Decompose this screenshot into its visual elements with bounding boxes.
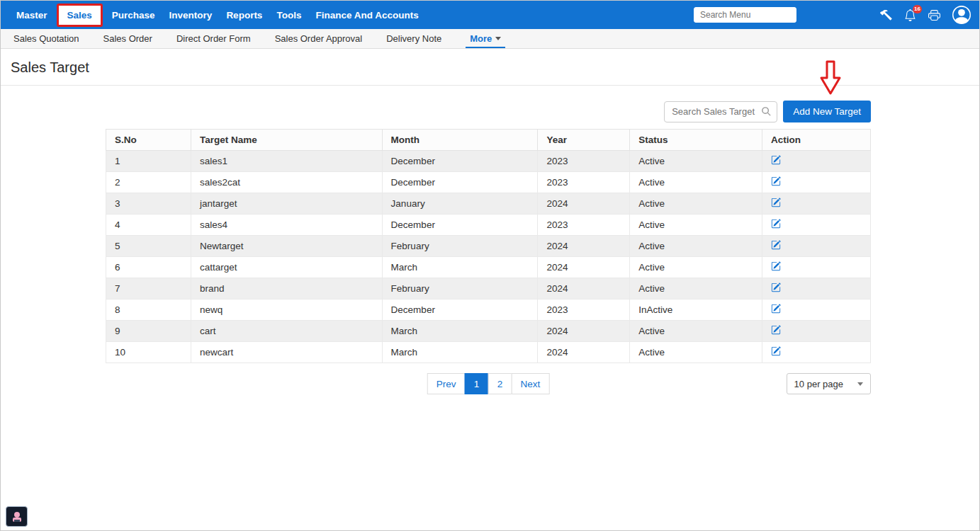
table-row: 10 newcart March 2024 Active — [106, 342, 871, 363]
cell-month: December — [382, 299, 538, 321]
table-row: 7 brand February 2024 Active — [106, 278, 871, 299]
pagination-next-button[interactable]: Next — [512, 373, 550, 394]
cell-year: 2023 — [538, 151, 630, 172]
cell-status: Active — [630, 278, 762, 299]
subnav-item-more[interactable]: More — [466, 29, 505, 48]
bell-icon[interactable]: 16 — [904, 9, 916, 21]
cell-target-name: Newtarget — [191, 236, 382, 257]
recorder-avatar-icon — [10, 510, 24, 523]
subnav-more-label: More — [470, 33, 492, 44]
sales-target-table: S.No Target Name Month Year Status Actio… — [106, 129, 871, 363]
table-row: 1 sales1 December 2023 Active — [106, 151, 871, 172]
column-header-action: Action — [762, 130, 871, 151]
main-content: Add New Target S.No Target Name Month Ye… — [106, 101, 871, 395]
cell-sno: 2 — [106, 172, 191, 193]
add-new-target-button[interactable]: Add New Target — [783, 101, 871, 122]
cell-action — [762, 215, 871, 236]
user-avatar[interactable] — [952, 6, 971, 24]
table-header: S.No Target Name Month Year Status Actio… — [106, 130, 871, 151]
nav-item-finance-and-accounts[interactable]: Finance And Accounts — [308, 5, 425, 25]
column-header-month: Month — [382, 130, 538, 151]
column-header-sno: S.No — [106, 130, 191, 151]
edit-icon[interactable] — [771, 346, 781, 358]
topbar-right-group: 16 — [694, 6, 971, 24]
cell-month: December — [382, 172, 538, 193]
table-body: 1 sales1 December 2023 Active 2 sales2ca… — [106, 151, 871, 363]
menu-search — [694, 7, 796, 23]
edit-icon[interactable] — [771, 304, 781, 316]
cell-action — [762, 172, 871, 193]
cell-status: Active — [630, 172, 762, 193]
cell-sno: 7 — [106, 278, 191, 299]
screen-recorder-widget[interactable] — [6, 506, 28, 527]
subnav-item-direct-order-form[interactable]: Direct Order Form — [176, 29, 251, 48]
edit-icon[interactable] — [771, 176, 781, 188]
cell-month: January — [382, 193, 538, 215]
hammer-icon[interactable] — [880, 9, 892, 21]
menu-search-input[interactable] — [694, 7, 796, 23]
table-row: 3 jantarget January 2024 Active — [106, 193, 871, 215]
cell-target-name: newcart — [191, 342, 382, 363]
per-page-select[interactable]: 10 per page — [787, 373, 871, 394]
cell-status: Active — [630, 342, 762, 363]
edit-icon[interactable] — [771, 325, 781, 337]
nav-item-purchase[interactable]: Purchase — [105, 5, 162, 25]
column-header-status: Status — [630, 130, 762, 151]
nav-item-reports[interactable]: Reports — [219, 5, 269, 25]
cell-year: 2023 — [538, 215, 630, 236]
cell-year: 2024 — [538, 257, 630, 278]
pagination: Prev 1 2 Next — [427, 373, 550, 394]
cell-status: Active — [630, 215, 762, 236]
cell-year: 2024 — [538, 236, 630, 257]
chevron-down-icon — [857, 382, 863, 386]
cell-action — [762, 193, 871, 215]
pagination-row: Prev 1 2 Next 10 per page — [106, 373, 871, 395]
nav-item-inventory[interactable]: Inventory — [162, 5, 220, 25]
cell-action — [762, 278, 871, 299]
cell-action — [762, 236, 871, 257]
chevron-down-icon — [495, 37, 501, 40]
subnav-item-sales-quotation[interactable]: Sales Quotation — [13, 29, 79, 48]
subnav-item-sales-order[interactable]: Sales Order — [103, 29, 152, 48]
sales-target-search — [664, 101, 777, 122]
edit-icon[interactable] — [771, 261, 781, 273]
edit-icon[interactable] — [771, 240, 781, 252]
pagination-page-2-button[interactable]: 2 — [488, 373, 512, 394]
edit-icon[interactable] — [771, 282, 781, 295]
notification-badge: 16 — [913, 5, 922, 13]
cell-status: Active — [630, 257, 762, 278]
cell-sno: 9 — [106, 321, 191, 342]
nav-item-master[interactable]: Master — [9, 5, 55, 25]
pagination-page-1-button[interactable]: 1 — [465, 373, 489, 394]
nav-item-sales[interactable]: Sales — [57, 4, 103, 27]
cell-action — [762, 321, 871, 342]
nav-item-tools[interactable]: Tools — [269, 5, 308, 25]
cell-target-name: sales4 — [191, 215, 382, 236]
cell-target-name: cart — [191, 321, 382, 342]
cell-year: 2024 — [538, 193, 630, 215]
cell-sno: 3 — [106, 193, 191, 215]
edit-icon[interactable] — [771, 219, 781, 231]
column-header-year: Year — [538, 130, 630, 151]
cell-status: Active — [630, 193, 762, 215]
toolbar: Add New Target — [106, 101, 871, 122]
edit-icon[interactable] — [771, 155, 781, 167]
cell-action — [762, 342, 871, 363]
cell-sno: 6 — [106, 257, 191, 278]
pagination-prev-button[interactable]: Prev — [427, 373, 466, 394]
cell-year: 2024 — [538, 321, 630, 342]
subnav-item-sales-order-approval[interactable]: Sales Order Approval — [275, 29, 363, 48]
cell-month: December — [382, 151, 538, 172]
table-row: 8 newq December 2023 InActive — [106, 299, 871, 321]
cell-target-name: sales2cat — [191, 172, 382, 193]
cell-sno: 4 — [106, 215, 191, 236]
edit-icon[interactable] — [771, 198, 781, 210]
sales-target-search-input[interactable] — [664, 101, 777, 122]
cell-sno: 1 — [106, 151, 191, 172]
printer-icon[interactable] — [928, 9, 940, 21]
cell-month: March — [382, 321, 538, 342]
table-row: 4 sales4 December 2023 Active — [106, 215, 871, 236]
subnav-item-delivery-note[interactable]: Delivery Note — [386, 29, 441, 48]
cell-month: February — [382, 236, 538, 257]
cell-status: Active — [630, 236, 762, 257]
